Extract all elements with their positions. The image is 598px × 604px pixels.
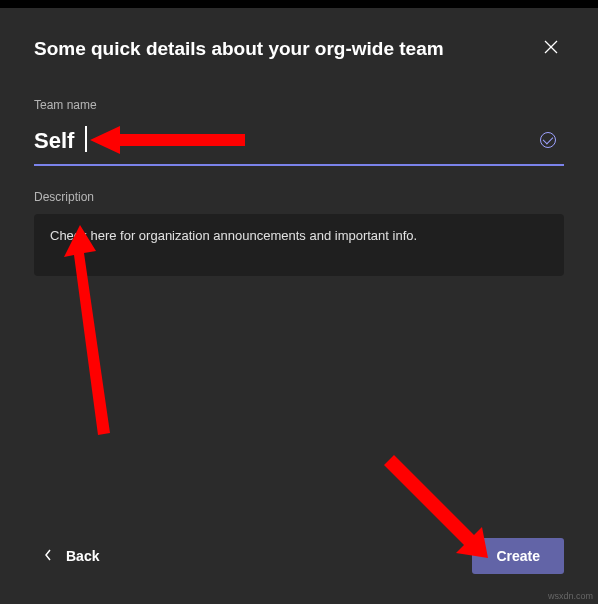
dialog-header: Some quick details about your org-wide t… (34, 36, 564, 62)
dialog-footer: Back Create (34, 538, 564, 584)
close-icon[interactable] (538, 36, 564, 62)
back-button-label: Back (66, 548, 99, 564)
team-name-label: Team name (34, 98, 564, 112)
chevron-left-icon (44, 548, 52, 564)
team-name-field-wrapper (34, 122, 564, 166)
back-button[interactable]: Back (34, 540, 109, 572)
team-name-input[interactable] (34, 122, 564, 166)
dialog-title: Some quick details about your org-wide t… (34, 38, 444, 60)
watermark-text: wsxdn.com (548, 591, 593, 601)
text-cursor (85, 126, 87, 152)
description-label: Description (34, 190, 564, 204)
description-input[interactable] (34, 214, 564, 276)
app-top-bar (0, 0, 598, 8)
create-button[interactable]: Create (472, 538, 564, 574)
create-team-dialog: Some quick details about your org-wide t… (0, 8, 598, 604)
validation-check-icon (540, 132, 556, 148)
